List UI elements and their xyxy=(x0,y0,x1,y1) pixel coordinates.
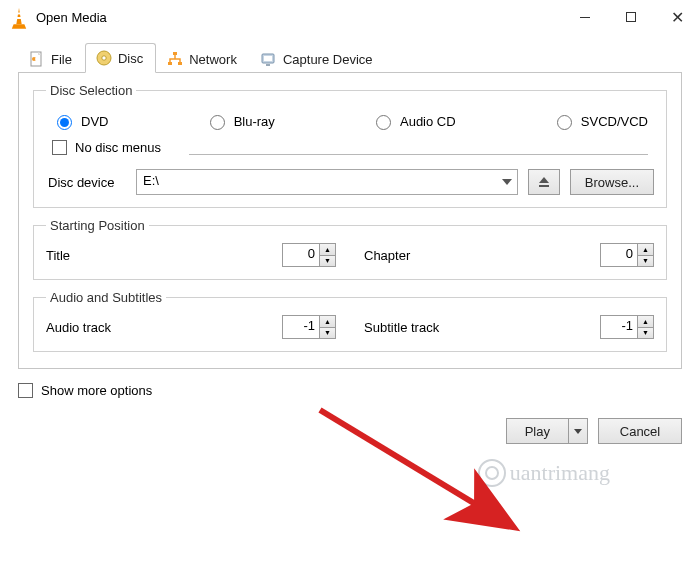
no-disc-menus-row: No disc menus xyxy=(46,140,654,163)
chapter-label: Chapter xyxy=(364,248,410,263)
radio-audiocd[interactable]: Audio CD xyxy=(371,112,456,130)
no-disc-menus-checkbox[interactable] xyxy=(52,140,67,155)
radio-dvd-input[interactable] xyxy=(57,115,72,130)
show-more-row: Show more options xyxy=(0,375,700,398)
radio-svcd-input[interactable] xyxy=(557,115,572,130)
titlebar: Open Media ✕ xyxy=(0,0,700,34)
audio-track-col: Audio track -1 ▲▼ xyxy=(46,315,336,339)
disc-icon xyxy=(96,50,112,66)
tab-disc[interactable]: Disc xyxy=(85,43,156,73)
play-button[interactable]: Play xyxy=(506,418,568,444)
cancel-label: Cancel xyxy=(620,424,660,439)
disc-selection-group: Disc Selection DVD Blu-ray Audio CD SVCD… xyxy=(33,83,667,208)
cancel-button[interactable]: Cancel xyxy=(598,418,682,444)
radio-dvd[interactable]: DVD xyxy=(52,112,108,130)
tab-file-label: File xyxy=(51,52,72,67)
subtitle-spin-up[interactable]: ▲ xyxy=(638,316,653,328)
radio-bluray-input[interactable] xyxy=(210,115,225,130)
network-icon xyxy=(167,51,183,67)
chapter-spin-down[interactable]: ▼ xyxy=(638,256,653,267)
tab-capture[interactable]: Capture Device xyxy=(250,44,386,73)
tab-disc-label: Disc xyxy=(118,51,143,66)
capture-icon xyxy=(261,51,277,67)
chevron-down-icon[interactable] xyxy=(497,170,517,194)
disc-device-label: Disc device xyxy=(48,175,126,190)
watermark: uantrimang xyxy=(478,459,610,487)
chapter-col: Chapter 0 ▲▼ xyxy=(364,243,654,267)
show-more-checkbox[interactable] xyxy=(18,383,33,398)
tab-network-label: Network xyxy=(189,52,237,67)
disc-device-value: E:\ xyxy=(137,170,497,194)
disc-device-row: Disc device E:\ Browse... xyxy=(46,163,654,195)
audio-track-value: -1 xyxy=(283,316,319,338)
radio-audiocd-label: Audio CD xyxy=(400,114,456,129)
action-row: Play Cancel xyxy=(0,398,700,444)
subtitle-track-spinbox[interactable]: -1 ▲▼ xyxy=(600,315,654,339)
no-disc-menus-label: No disc menus xyxy=(75,140,161,155)
audio-spin-up[interactable]: ▲ xyxy=(320,316,335,328)
subtitle-track-label: Subtitle track xyxy=(364,320,439,335)
audio-subtitles-group: Audio and Subtitles Audio track -1 ▲▼ Su… xyxy=(33,290,667,352)
show-more-label: Show more options xyxy=(41,383,152,398)
play-dropdown-button[interactable] xyxy=(568,418,588,444)
subtitle-track-col: Subtitle track -1 ▲▼ xyxy=(364,315,654,339)
browse-label: Browse... xyxy=(585,175,639,190)
disc-panel: Disc Selection DVD Blu-ray Audio CD SVCD… xyxy=(18,73,682,369)
radio-bluray-label: Blu-ray xyxy=(234,114,275,129)
disc-device-combo[interactable]: E:\ xyxy=(136,169,518,195)
radio-bluray[interactable]: Blu-ray xyxy=(205,112,275,130)
audio-track-spinbox[interactable]: -1 ▲▼ xyxy=(282,315,336,339)
window-controls: ✕ xyxy=(562,2,700,32)
svg-rect-12 xyxy=(264,56,272,61)
svg-rect-10 xyxy=(178,62,182,65)
svg-rect-14 xyxy=(539,185,549,187)
title-spin-up[interactable]: ▲ xyxy=(320,244,335,256)
tab-network[interactable]: Network xyxy=(156,44,250,73)
svg-rect-8 xyxy=(173,52,177,55)
file-icon xyxy=(29,51,45,67)
bulb-icon xyxy=(478,459,506,487)
radio-svcd-label: SVCD/VCD xyxy=(581,114,648,129)
radio-audiocd-input[interactable] xyxy=(376,115,391,130)
disc-selection-legend: Disc Selection xyxy=(46,83,136,98)
chapter-spinbox[interactable]: 0 ▲▼ xyxy=(600,243,654,267)
audio-spin-down[interactable]: ▼ xyxy=(320,328,335,339)
disc-type-row: DVD Blu-ray Audio CD SVCD/VCD xyxy=(46,108,654,140)
browse-button[interactable]: Browse... xyxy=(570,169,654,195)
play-label: Play xyxy=(525,424,550,439)
tab-capture-label: Capture Device xyxy=(283,52,373,67)
starting-position-legend: Starting Position xyxy=(46,218,149,233)
title-label: Title xyxy=(46,248,70,263)
radio-dvd-label: DVD xyxy=(81,114,108,129)
title-spinbox[interactable]: 0 ▲▼ xyxy=(282,243,336,267)
tab-file[interactable]: File xyxy=(18,44,85,73)
subtitle-spin-down[interactable]: ▼ xyxy=(638,328,653,339)
tab-bar: File Disc Network Capture Device xyxy=(18,42,682,73)
svg-rect-13 xyxy=(266,64,270,66)
svg-rect-1 xyxy=(16,17,22,19)
subtitle-track-value: -1 xyxy=(601,316,637,338)
title-spin-down[interactable]: ▼ xyxy=(320,256,335,267)
svg-rect-9 xyxy=(168,62,172,65)
radio-svcd[interactable]: SVCD/VCD xyxy=(552,112,648,130)
svg-rect-0 xyxy=(17,13,21,15)
watermark-text: uantrimang xyxy=(510,460,610,486)
chapter-value: 0 xyxy=(601,244,637,266)
close-button[interactable]: ✕ xyxy=(654,2,700,32)
eject-button[interactable] xyxy=(528,169,560,195)
divider-line xyxy=(189,154,648,155)
title-value: 0 xyxy=(283,244,319,266)
vlc-cone-icon xyxy=(10,8,28,26)
window-title: Open Media xyxy=(36,10,562,25)
maximize-button[interactable] xyxy=(608,2,654,32)
starting-position-group: Starting Position Title 0 ▲▼ Chapter 0 ▲… xyxy=(33,218,667,280)
play-split-button: Play xyxy=(506,418,588,444)
audio-subtitles-legend: Audio and Subtitles xyxy=(46,290,166,305)
title-col: Title 0 ▲▼ xyxy=(46,243,336,267)
chapter-spin-up[interactable]: ▲ xyxy=(638,244,653,256)
audio-track-label: Audio track xyxy=(46,320,111,335)
minimize-button[interactable] xyxy=(562,2,608,32)
svg-point-7 xyxy=(102,56,106,60)
